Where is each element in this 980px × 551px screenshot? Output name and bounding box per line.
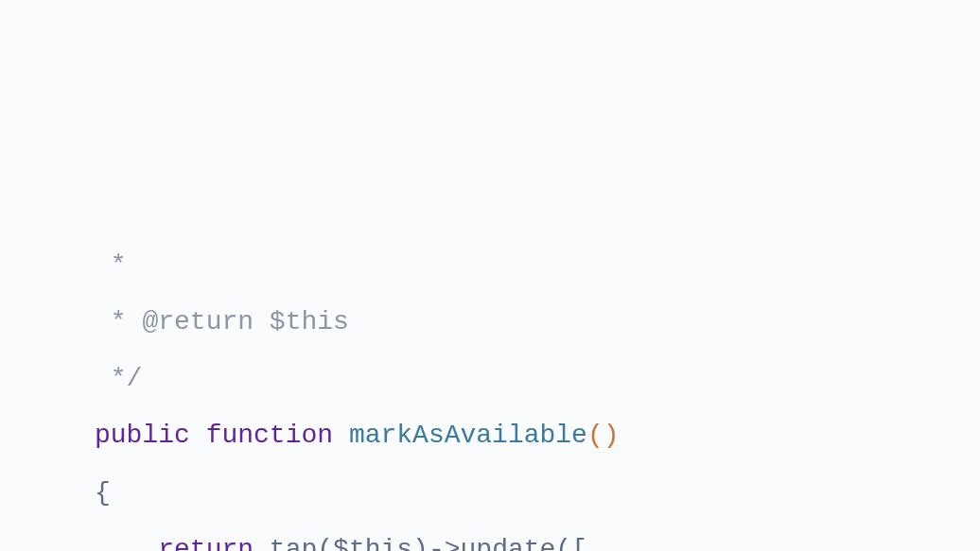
paren-open-2: (: [317, 535, 333, 551]
call-tap: tap: [270, 535, 317, 551]
comment-line-1: *: [95, 250, 127, 280]
keyword-public: public: [95, 421, 190, 450]
comment-line-3: */: [95, 364, 142, 393]
bracket-open: [: [571, 535, 587, 551]
function-signature-line: public function markAsAvailable(): [95, 421, 620, 450]
function-name: markAsAvailable: [349, 421, 587, 450]
keyword-return: return: [158, 535, 254, 551]
paren-open-3: (: [555, 535, 571, 551]
docblock-tag: @return $this: [142, 307, 348, 336]
code-block: * * @return $this */ public function mar…: [95, 237, 980, 551]
brace-open: {: [95, 478, 111, 508]
paren-open: (: [587, 421, 604, 450]
paren-close: ): [604, 421, 620, 450]
keyword-function: function: [206, 421, 333, 450]
comment-line-2: * @return $this: [95, 307, 349, 336]
arrow-operator: ->: [429, 535, 461, 551]
paren-close-2: ): [412, 535, 429, 551]
comment-prefix: *: [95, 307, 142, 336]
call-update: update: [461, 535, 556, 551]
var-this: $this: [333, 535, 412, 551]
return-line: return tap($this)->update([: [95, 535, 587, 551]
